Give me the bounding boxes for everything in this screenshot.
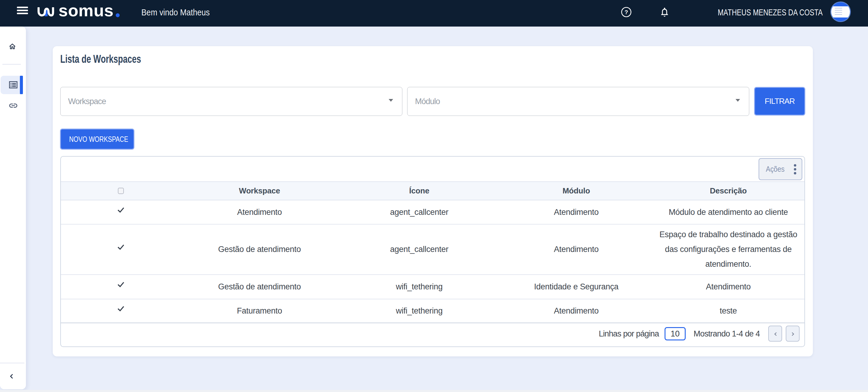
svg-text:?: ? [624, 9, 628, 16]
